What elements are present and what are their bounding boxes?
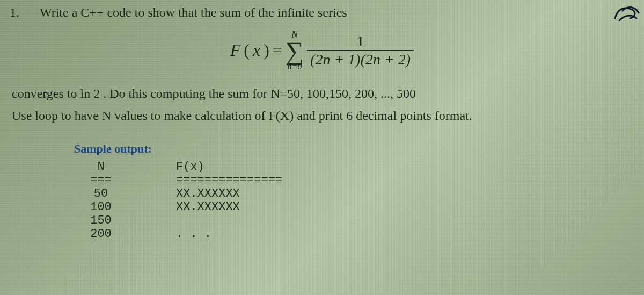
sample-output-title: Sample output: [74,142,634,156]
cell-fx [128,214,267,227]
cell-n: 200 [74,227,128,241]
formula: F(x) = N ∑ n=0 1 (2n + 1)(2n + 2) [230,30,414,71]
formula-paren-open: ( [244,40,250,60]
fraction-numerator: 1 [354,34,368,50]
header-n: N [74,160,128,174]
sample-output-block: Sample output: N F(x) === ==============… [74,142,634,241]
formula-paren-close: ) [264,40,269,60]
converges-text-b: . Do this computing the sum for N=50, 10… [100,87,416,100]
table-row: 200 . . . [74,227,634,241]
sep-fx: =============== [128,174,267,187]
formula-F: F [230,40,241,60]
question-row: 1. Write a C++ code to show that the sum… [10,5,634,20]
sample-output-table: N F(x) === =============== 50 XX.XXXXXX … [74,160,634,241]
ln2-text: ln 2 [80,87,100,100]
question-prompt: Write a C++ code to show that the sum of… [40,5,347,20]
cell-fx: XX.XXXXXX [128,187,267,200]
sigma-block: N ∑ n=0 [286,30,304,71]
cell-fx: XX.XXXXXX [128,200,267,214]
fraction-denominator: (2n + 1)(2n + 2) [307,51,414,67]
question-number: 1. [10,5,31,20]
table-row: 50 XX.XXXXXX [74,187,634,200]
converges-text-a: converges to [12,87,80,100]
sep-n: === [74,174,128,187]
fraction: 1 (2n + 1)(2n + 2) [307,34,414,67]
problem-container: 1. Write a C++ code to show that the sum… [0,0,644,250]
sigma-lower: n=0 [288,62,302,71]
formula-x: x [253,40,260,60]
formula-equals: = [273,40,282,60]
scribble-icon [610,2,642,26]
cell-n: 100 [74,200,128,214]
formula-block: F(x) = N ∑ n=0 1 (2n + 1)(2n + 2) [10,30,634,71]
table-separator-row: === =============== [74,174,634,187]
cell-n: 150 [74,214,128,227]
table-row: 100 XX.XXXXXX [74,200,634,214]
loop-instruction-line: Use loop to have N values to make calcul… [12,105,634,127]
table-row: 150 [74,214,634,227]
cell-n: 50 [74,187,128,200]
header-fx: F(x) [128,160,267,174]
cell-fx: . . . [128,227,267,241]
convergence-line: converges to ln 2 . Do this computing th… [12,83,634,105]
table-header-row: N F(x) [74,160,634,174]
sigma-symbol: ∑ [286,39,304,62]
